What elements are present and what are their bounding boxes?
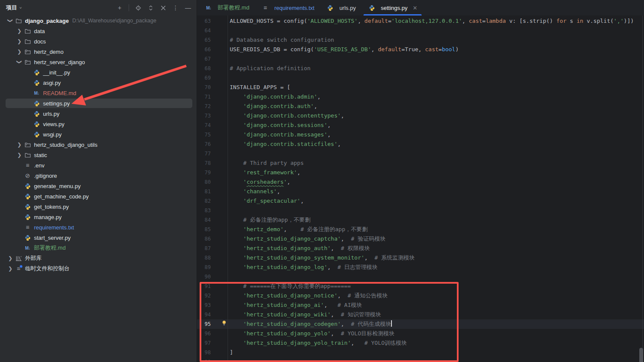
tab-deploy-tutorial-md[interactable]: M↓部署教程.md xyxy=(199,0,256,15)
chevron-right-icon[interactable]: ❯ xyxy=(6,255,15,261)
close-icon[interactable]: ✕ xyxy=(413,5,417,11)
code-line[interactable]: 69 xyxy=(197,73,644,83)
code-text: ] xyxy=(230,348,644,357)
locate-file-icon[interactable] xyxy=(135,4,142,11)
python-icon xyxy=(33,131,40,138)
code-line[interactable]: 71 'django.contrib.admin', xyxy=(197,92,644,102)
collapse-all-icon[interactable] xyxy=(160,4,166,11)
code-editor[interactable]: 63ALLOWED_HOSTS = config('ALLOWED_HOSTS'… xyxy=(197,15,644,362)
code-line[interactable]: 87 'hertz_studio_django_auth', # 权限模块 xyxy=(197,244,644,253)
code-line[interactable]: 92 'hertz_studio_django_notice', # 通知公告模… xyxy=(197,291,644,300)
scrollbar-thumb[interactable] xyxy=(639,348,643,362)
tree-item-generate-menu-py[interactable]: generate_menu.py xyxy=(0,181,197,191)
tree-item-start-server-py[interactable]: start_server.py xyxy=(0,232,197,243)
code-line[interactable]: 70INSTALLED_APPS = [ xyxy=(197,83,644,92)
chevron-right-icon[interactable]: ❯ xyxy=(15,142,24,148)
code-line[interactable]: 79 'rest_framework', xyxy=(197,168,644,177)
tree-item-views-py[interactable]: views.py xyxy=(0,119,197,129)
tree-item-data[interactable]: ❯data xyxy=(0,26,197,36)
code-line[interactable]: 74 'django.contrib.sessions', xyxy=(197,121,644,130)
code-line[interactable]: 83 xyxy=(197,206,644,215)
more-options-icon[interactable]: ⋮ xyxy=(172,4,179,11)
code-line[interactable]: 91 # ======在下面导入你需要的app====== xyxy=(197,282,644,291)
code-line[interactable]: 68# Application definition xyxy=(197,64,644,73)
tree-item-django-package[interactable]: ❯django_packageD:\All_Warehouse\django_p… xyxy=(0,15,197,26)
tree-item-hertz-demo[interactable]: ❯hertz_demo xyxy=(0,46,197,57)
chevron-right-icon[interactable]: ❯ xyxy=(15,38,24,44)
code-line[interactable]: 75 'django.contrib.messages', xyxy=(197,130,644,139)
code-line[interactable]: 66USE_REDIS_AS_DB = config('USE_REDIS_AS… xyxy=(197,45,644,54)
code-line[interactable]: 77 xyxy=(197,149,644,158)
tab-urls-py[interactable]: urls.py xyxy=(320,0,362,15)
tree-item-init-py[interactable]: __init__.py xyxy=(0,67,197,77)
code-line[interactable]: 99 xyxy=(197,357,644,362)
tree-item-docs[interactable]: ❯docs xyxy=(0,36,197,46)
code-line[interactable]: 86 'hertz_studio_django_captcha', # 验证码模… xyxy=(197,234,644,244)
tree-item-urls-py[interactable]: urls.py xyxy=(0,108,197,119)
code-text: 'django.contrib.sessions', xyxy=(230,121,644,130)
chevron-right-icon[interactable]: ❯ xyxy=(15,152,24,158)
tree-item-readme-md[interactable]: M↓README.md xyxy=(0,88,197,98)
chevron-right-icon[interactable]: ❯ xyxy=(15,28,24,34)
code-line[interactable]: 63ALLOWED_HOSTS = config('ALLOWED_HOSTS'… xyxy=(197,16,644,26)
tree-item-label: .gitignore xyxy=(34,173,57,179)
code-line[interactable]: 67 xyxy=(197,54,644,64)
tree-item-hertz-studio-django-utils[interactable]: ❯hertz_studio_django_utils xyxy=(0,139,197,150)
project-panel-toolbar: +⋮— xyxy=(116,4,191,11)
code-line[interactable]: 82 'drf_spectacular', xyxy=(197,196,644,206)
tree-item-static[interactable]: ❯static xyxy=(0,150,197,160)
code-line[interactable]: 96 'hertz_studio_django_yolo', # YOLO目标检… xyxy=(197,329,644,338)
tab-requirements-txt[interactable]: ≡requirements.txt xyxy=(256,0,320,15)
code-text: 'django.contrib.admin', xyxy=(230,92,644,102)
add-icon[interactable]: + xyxy=(116,4,123,11)
tree-item-gitignore[interactable]: ⊘.gitignore xyxy=(0,170,197,181)
line-number: 74 xyxy=(197,121,211,130)
code-line[interactable]: 95 'hertz_studio_django_codegen', # 代码生成… xyxy=(197,319,644,329)
code-line[interactable]: 64 xyxy=(197,26,644,35)
code-line[interactable]: 84 # 必备注册的app，不要删 xyxy=(197,215,644,225)
tree-item-label: hertz_demo xyxy=(34,49,64,55)
hide-panel-icon[interactable]: — xyxy=(185,4,191,11)
tree-item-label: settings.py xyxy=(43,100,70,107)
code-line[interactable]: 98] xyxy=(197,348,644,357)
tree-item-get-tokens-py[interactable]: get_tokens.py xyxy=(0,201,197,212)
code-line[interactable]: 73 'django.contrib.contenttypes', xyxy=(197,111,644,121)
chevron-right-icon[interactable]: ❯ xyxy=(15,49,24,55)
code-line[interactable]: 76 'django.contrib.staticfiles', xyxy=(197,139,644,149)
project-tree: ❯django_packageD:\All_Warehouse\django_p… xyxy=(0,15,197,274)
tree-item-asgi-py[interactable]: asgi.py xyxy=(0,77,197,88)
code-line[interactable]: 85 'hertz_demo', # 必备注册的app，不要删 xyxy=(197,225,644,234)
code-line[interactable]: 93 'hertz_studio_django_ai', # AI模块 xyxy=(197,300,644,310)
tree-item-get-machine-code-py[interactable]: get_machine_code.py xyxy=(0,191,197,201)
project-panel-title[interactable]: 项目 xyxy=(6,4,17,12)
lightbulb-icon[interactable] xyxy=(221,319,227,329)
code-text: 'hertz_studio_django_yolo_train', # YOLO… xyxy=(230,338,644,348)
code-line[interactable]: 88 'hertz_studio_django_system_monitor',… xyxy=(197,253,644,263)
tree-item-requirements-txt[interactable]: ≡requirements.txt xyxy=(0,222,197,232)
chevron-down-icon[interactable]: ❯ xyxy=(7,16,13,25)
tab-settings-py[interactable]: settings.py✕ xyxy=(362,0,423,15)
code-line[interactable]: 65# Database switch configuration xyxy=(197,35,644,45)
code-line[interactable]: 72 'django.contrib.auth', xyxy=(197,102,644,111)
code-line[interactable]: 78 # Third party apps xyxy=(197,158,644,168)
code-line[interactable]: 94 'hertz_studio_django_wiki', # 知识管理模块 xyxy=(197,310,644,319)
expand-all-icon[interactable] xyxy=(147,4,154,11)
code-line[interactable]: 90 xyxy=(197,272,644,282)
tree-item-env[interactable]: ≡.env xyxy=(0,160,197,170)
tree-item-wsgi-py[interactable]: wsgi.py xyxy=(0,129,197,139)
tree-item-settings-py[interactable]: settings.py xyxy=(0,98,197,108)
tree-item-label: README.md xyxy=(43,90,76,96)
tree-item-label: manage.py xyxy=(34,214,62,220)
tree-item-manage-py[interactable]: manage.py xyxy=(0,212,197,222)
code-line[interactable]: 81 'channels', xyxy=(197,187,644,196)
tree-item-deploy-tutorial-md[interactable]: M↓部署教程.md xyxy=(0,243,197,253)
tree-item-external-libraries[interactable]: ❯外部库 xyxy=(0,253,197,263)
tree-item-hertz-server-django[interactable]: ❯hertz_server_django xyxy=(0,57,197,67)
code-line[interactable]: 80 'corsheaders', xyxy=(197,177,644,187)
markdown-icon: M↓ xyxy=(33,90,40,96)
code-line[interactable]: 89 'hertz_studio_django_log', # 日志管理模块 xyxy=(197,263,644,272)
code-line[interactable]: 97 'hertz_studio_django_yolo_train', # Y… xyxy=(197,338,644,348)
chevron-right-icon[interactable]: ❯ xyxy=(6,266,15,272)
tree-item-scratches-consoles[interactable]: ❯≡临时文件和控制台 xyxy=(0,263,197,274)
chevron-down-icon[interactable]: ❯ xyxy=(16,58,22,66)
